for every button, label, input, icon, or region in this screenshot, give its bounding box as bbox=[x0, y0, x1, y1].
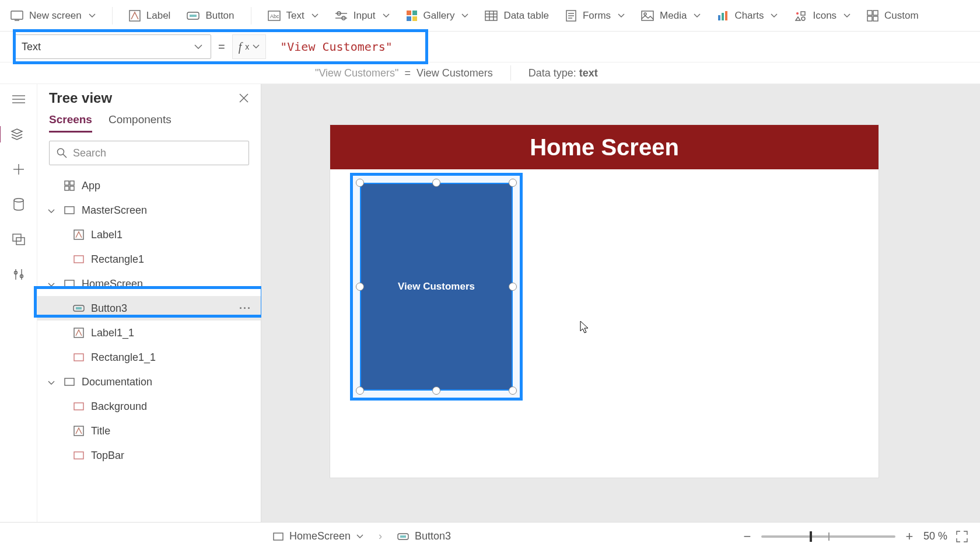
svg-rect-35 bbox=[873, 16, 878, 21]
svg-rect-62 bbox=[65, 378, 74, 385]
icons-icon bbox=[794, 10, 807, 22]
custom-menu[interactable]: Custom bbox=[867, 10, 919, 22]
button-button[interactable]: Button bbox=[187, 10, 234, 22]
insert-button-text: Button bbox=[205, 10, 234, 22]
svg-rect-66 bbox=[274, 533, 283, 540]
new-screen-menu[interactable]: New screen bbox=[10, 10, 96, 22]
svg-rect-33 bbox=[873, 11, 878, 15]
svg-point-31 bbox=[802, 17, 805, 20]
forms-icon bbox=[565, 10, 577, 22]
resize-handle[interactable] bbox=[432, 179, 440, 187]
tree-item-background[interactable]: Background bbox=[37, 394, 261, 419]
tools-icon bbox=[13, 268, 24, 281]
insert-label-text: Label bbox=[146, 10, 171, 22]
icons-menu[interactable]: Icons bbox=[794, 10, 850, 22]
tree-label: Title bbox=[91, 425, 110, 437]
tree-view-button[interactable] bbox=[0, 126, 27, 142]
button-icon bbox=[397, 532, 409, 541]
input-menu[interactable]: Input bbox=[335, 10, 390, 22]
tree-item-homescreen[interactable]: HomeScreen bbox=[37, 271, 261, 296]
tree-label: Documentation bbox=[82, 376, 152, 388]
input-icon bbox=[335, 11, 348, 21]
advanced-tools-button[interactable] bbox=[10, 266, 27, 283]
search-icon bbox=[57, 148, 67, 158]
custom-menu-label: Custom bbox=[884, 10, 919, 22]
tree-item-title[interactable]: Title bbox=[37, 419, 261, 443]
media-rail-button[interactable] bbox=[10, 231, 27, 248]
formula-result-bar: "View Customers" = View Customers Data t… bbox=[0, 62, 980, 84]
data-table-button[interactable]: Data table bbox=[485, 10, 549, 22]
resize-handle[interactable] bbox=[509, 283, 517, 291]
svg-rect-59 bbox=[76, 307, 82, 309]
tree-item-label1[interactable]: Label1 bbox=[37, 222, 261, 247]
media-menu[interactable]: Media bbox=[641, 10, 701, 22]
formula-result-text: "View Customers" = View Customers bbox=[315, 67, 493, 79]
resize-handle[interactable] bbox=[432, 387, 440, 395]
tree-item-documentation[interactable]: Documentation bbox=[37, 370, 261, 394]
insert-button[interactable] bbox=[10, 161, 27, 177]
text-icon: Abc bbox=[268, 11, 281, 21]
resize-handle[interactable] bbox=[356, 179, 364, 187]
fx-button[interactable]: fx bbox=[232, 34, 267, 59]
breadcrumb-screen[interactable]: HomeScreen bbox=[273, 530, 363, 542]
svg-rect-32 bbox=[867, 11, 872, 15]
fit-to-screen-button[interactable] bbox=[956, 530, 968, 543]
breadcrumb-element-label: Button3 bbox=[415, 530, 451, 542]
formula-input[interactable]: "View Customers" bbox=[273, 34, 400, 59]
svg-point-48 bbox=[58, 149, 64, 155]
caret-icon[interactable] bbox=[46, 278, 57, 290]
custom-icon bbox=[867, 10, 878, 22]
selection-box[interactable]: View Customers bbox=[350, 173, 523, 401]
zoom-in-button[interactable]: + bbox=[904, 529, 915, 544]
status-bar: HomeScreen › Button3 − + 50 % bbox=[0, 522, 980, 550]
svg-rect-63 bbox=[74, 403, 83, 410]
canvas[interactable]: Home Screen View Customers bbox=[261, 84, 980, 522]
tree-item-app[interactable]: App bbox=[37, 173, 261, 198]
tree-label: App bbox=[82, 180, 100, 192]
tree-item-button3[interactable]: Button3 ··· bbox=[37, 296, 261, 321]
zoom-out-button[interactable]: − bbox=[741, 529, 753, 544]
label-icon bbox=[72, 326, 85, 339]
tree-list: App MasterScreen Label1 Rectangle1 HomeS… bbox=[37, 173, 261, 522]
chevron-down-icon bbox=[253, 44, 260, 49]
tree-label: Label1 bbox=[91, 229, 123, 241]
tree-view-title: Tree view bbox=[49, 90, 112, 106]
forms-menu[interactable]: Forms bbox=[565, 10, 625, 22]
resize-handle[interactable] bbox=[356, 387, 364, 395]
tree-item-label1-1[interactable]: Label1_1 bbox=[37, 321, 261, 345]
resize-handle[interactable] bbox=[356, 283, 364, 291]
text-menu[interactable]: Abc Text bbox=[268, 10, 318, 22]
label-button[interactable]: Label bbox=[129, 10, 171, 22]
tab-screens[interactable]: Screens bbox=[49, 113, 92, 133]
caret-icon[interactable] bbox=[46, 204, 57, 217]
gallery-menu[interactable]: Gallery bbox=[406, 10, 469, 22]
svg-rect-53 bbox=[70, 186, 74, 190]
toolbar-separator bbox=[112, 7, 113, 25]
label-icon bbox=[72, 228, 85, 241]
close-icon[interactable] bbox=[239, 93, 249, 103]
property-selector[interactable]: Text bbox=[13, 34, 211, 59]
new-screen-label: New screen bbox=[29, 10, 82, 22]
caret-icon[interactable] bbox=[46, 376, 57, 388]
zoom-thumb[interactable] bbox=[810, 531, 812, 542]
label-icon bbox=[129, 10, 141, 22]
tree-item-topbar[interactable]: TopBar bbox=[37, 443, 261, 468]
tree-item-rectangle1-1[interactable]: Rectangle1_1 bbox=[37, 345, 261, 370]
canvas-button-element[interactable]: View Customers bbox=[360, 183, 513, 391]
zoom-slider[interactable] bbox=[761, 535, 895, 538]
svg-rect-12 bbox=[412, 11, 417, 15]
data-button[interactable] bbox=[10, 196, 27, 213]
tree-item-masterscreen[interactable]: MasterScreen bbox=[37, 198, 261, 222]
resize-handle[interactable] bbox=[509, 179, 517, 187]
tab-components[interactable]: Components bbox=[108, 113, 172, 133]
charts-menu[interactable]: Charts bbox=[717, 10, 778, 22]
breadcrumb-element[interactable]: Button3 bbox=[397, 530, 451, 542]
hamburger-button[interactable] bbox=[10, 91, 27, 107]
more-options-button[interactable]: ··· bbox=[239, 302, 251, 315]
rectangle-icon bbox=[72, 253, 85, 266]
resize-handle[interactable] bbox=[509, 387, 517, 395]
tree-search-input[interactable]: Search bbox=[49, 141, 249, 165]
svg-rect-57 bbox=[65, 280, 74, 287]
tree-item-rectangle1[interactable]: Rectangle1 bbox=[37, 247, 261, 271]
svg-point-25 bbox=[644, 13, 646, 15]
